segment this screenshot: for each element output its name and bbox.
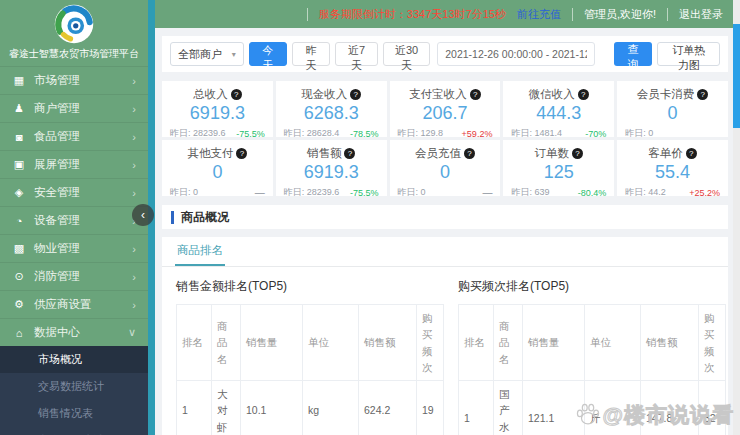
card-trend: -75.5%: [236, 129, 265, 139]
help-icon[interactable]: ?: [470, 89, 481, 100]
sidebar-item-market[interactable]: ▦ 市场管理 ›: [0, 66, 148, 94]
sidebar-item-screen[interactable]: ▣ 展屏管理 ›: [0, 150, 148, 178]
submenu-item-sales-report[interactable]: 销售情况表: [0, 400, 148, 427]
help-icon[interactable]: ?: [344, 148, 355, 159]
merchant-select[interactable]: 全部商户 ▾: [170, 42, 244, 66]
card-label: 总收入: [193, 87, 228, 102]
range-7days-button[interactable]: 近7天: [335, 42, 378, 66]
stat-card-cash-income: 现金收入? 6268.3 昨日: 28628.4-78.5%: [276, 81, 387, 137]
submenu-item-market-overview[interactable]: 市场概况: [0, 346, 148, 373]
cell-unit: 斤: [585, 381, 641, 435]
order-heatmap-button[interactable]: 订单热力图: [657, 42, 720, 66]
card-label: 销售额: [307, 146, 342, 161]
sidebar-item-property[interactable]: ▩ 物业管理 ›: [0, 234, 148, 262]
divider: [667, 8, 668, 21]
gear-icon: ⚙: [12, 298, 26, 311]
cell-rank: 1: [177, 381, 212, 435]
card-value: 444.3: [503, 103, 614, 124]
sidebar-item-datacenter[interactable]: ⌂ 数据中心 ∨: [0, 318, 148, 346]
help-icon[interactable]: ?: [231, 89, 242, 100]
recharge-link[interactable]: 前往充值: [517, 7, 561, 22]
cell-unit: kg: [303, 381, 359, 435]
page-scrollbar[interactable]: [733, 0, 740, 435]
card-value: 0: [390, 162, 501, 183]
goods-section-header: 商品概况: [162, 205, 728, 229]
range-today-button[interactable]: 今天: [249, 42, 287, 66]
cell-rank: 1: [459, 381, 494, 435]
building-icon: ▩: [12, 242, 26, 255]
help-icon[interactable]: ?: [686, 148, 697, 159]
table-row: 1 国产水果 121.1 斤 147.8 32: [459, 381, 726, 435]
range-30days-button[interactable]: 近30天: [383, 42, 430, 66]
goods-tab-row: 商品排名: [162, 237, 728, 267]
sidebar-item-label: 数据中心: [34, 325, 120, 340]
scrollbar-thumb[interactable]: [733, 24, 740, 128]
help-icon[interactable]: ?: [578, 89, 589, 100]
camera-icon: ◙: [12, 131, 26, 143]
card-trend: —: [255, 187, 265, 198]
card-label: 客单价: [648, 146, 683, 161]
help-icon[interactable]: ?: [697, 89, 708, 100]
search-button[interactable]: 查询: [614, 42, 652, 66]
card-label: 会员卡消费: [637, 87, 695, 102]
service-countdown: 服务期限倒计时：3347天13时7分15秒: [319, 7, 506, 22]
merchant-select-value: 全部商户: [178, 47, 222, 62]
cell-goods-name: 国产水果: [494, 381, 523, 435]
help-icon[interactable]: ?: [572, 148, 583, 159]
power-icon: ◔: [12, 215, 26, 227]
platform-title: 睿途士智慧农贸市场管理平台: [0, 45, 148, 66]
card-label: 支付宝收入: [409, 87, 467, 102]
sidebar-collapse-button[interactable]: ‹: [132, 204, 154, 226]
card-yesterday: 昨日: 28239.6: [170, 127, 226, 140]
sidebar-item-food[interactable]: ◙ 食品管理 ›: [0, 122, 148, 150]
range-yesterday-button[interactable]: 昨天: [292, 42, 330, 66]
sales-ranking-table: 销售金额排名(TOP5) 排名 商品名 销售量 单位 销售额 购买频次: [176, 269, 432, 435]
chevron-down-icon: ∨: [128, 326, 136, 339]
date-range-input[interactable]: [437, 42, 595, 66]
sidebar-item-label: 消防管理: [34, 269, 124, 284]
datacenter-submenu: 市场概况 交易数据统计 销售情况表 客流人数统计: [0, 346, 148, 435]
cell-goods-name: 大对虾: [212, 381, 241, 435]
user-icon: ♟: [12, 102, 26, 115]
card-label: 现金收入: [301, 87, 347, 102]
sidebar-item-merchant[interactable]: ♟ 商户管理 ›: [0, 94, 148, 122]
help-icon[interactable]: ?: [350, 89, 361, 100]
chevron-right-icon: ›: [132, 187, 136, 199]
sidebar-item-security[interactable]: ◈ 安全管理 ›: [0, 178, 148, 206]
sidebar-item-label: 安全管理: [34, 185, 124, 200]
app-logo: [53, 3, 95, 45]
stat-card-sales-amount: 销售额? 6919.3 昨日: 28239.6-75.5%: [276, 140, 387, 196]
sidebar: 睿途士智慧农贸市场管理平台 ▦ 市场管理 › ♟ 商户管理 › ◙ 食品管理 ›…: [0, 0, 148, 435]
chevron-right-icon: ›: [132, 271, 136, 283]
stat-card-total-income: 总收入? 6919.3 昨日: 28239.6-75.5%: [162, 81, 273, 137]
sidebar-item-label: 商户管理: [34, 101, 124, 116]
chevron-right-icon: ›: [132, 243, 136, 255]
logout-button[interactable]: 退出登录: [679, 7, 723, 22]
tab-goods-ranking[interactable]: 商品排名: [175, 237, 225, 266]
chevron-right-icon: ›: [132, 75, 136, 87]
chevron-right-icon: ›: [132, 159, 136, 171]
col-sales-qty: 销售量: [523, 305, 585, 381]
card-label: 其他支付: [187, 146, 233, 161]
col-goods-name: 商品名: [212, 305, 241, 381]
help-icon[interactable]: ?: [236, 148, 247, 159]
card-trend: -80.4%: [578, 188, 607, 198]
sidebar-item-device[interactable]: ◔ 设备管理 ›: [0, 206, 148, 234]
sidebar-item-fire[interactable]: ⊙ 消防管理 ›: [0, 262, 148, 290]
table-header-row: 排名 商品名 销售量 单位 销售额 购买频次: [459, 305, 726, 381]
frequency-ranking-table: 购买频次排名(TOP5) 排名 商品名 销售量 单位 销售额 购买频次: [458, 269, 714, 435]
card-value: 6919.3: [276, 162, 387, 183]
submenu-item-visitor-stats[interactable]: 客流人数统计: [0, 427, 148, 435]
stat-card-order-count: 订单数? 125 昨日: 639-80.4%: [503, 140, 614, 196]
lock-icon: ◈: [12, 186, 26, 199]
submenu-item-transaction-stats[interactable]: 交易数据统计: [0, 373, 148, 400]
card-label: 订单数: [535, 146, 570, 161]
sidebar-item-supplier[interactable]: ⚙ 供应商设置 ›: [0, 290, 148, 318]
cell-sales-qty: 121.1: [523, 381, 585, 435]
section-title: 商品概况: [181, 209, 229, 226]
help-icon[interactable]: ?: [464, 148, 475, 159]
stat-cards: 总收入? 6919.3 昨日: 28239.6-75.5% 现金收入? 6268…: [162, 81, 728, 196]
sidebar-item-label: 食品管理: [34, 129, 124, 144]
col-rank: 排名: [459, 305, 494, 381]
col-buy-freq: 购买频次: [417, 305, 444, 381]
